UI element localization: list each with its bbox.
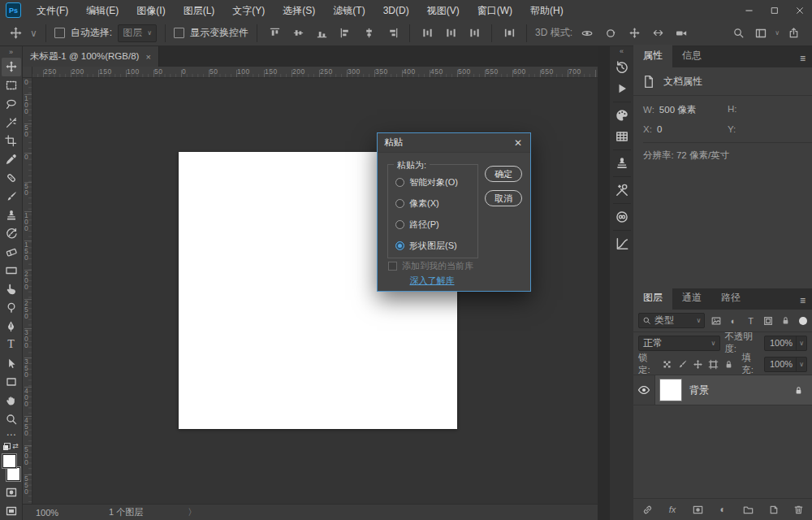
close-button[interactable] [787,0,812,20]
filter-adjustment-layers-icon[interactable]: ◐ [727,314,741,327]
show-transform-checkbox[interactable] [174,28,184,38]
filter-smart-objects-icon[interactable] [780,314,793,327]
align-bottom-edges-button[interactable] [313,24,330,42]
tool-presets-panel-icon[interactable] [611,180,633,201]
radio-pixels[interactable]: 像素(X) [395,197,458,210]
search-icon[interactable] [729,24,747,42]
menu-item[interactable]: 编辑(E) [77,1,127,20]
menu-item[interactable]: 图像(I) [127,1,174,20]
rectangle-tool[interactable] [2,373,21,392]
history-panel-icon[interactable] [611,57,633,78]
spot-healing-tool[interactable] [2,169,21,188]
add-layer-mask-icon[interactable] [690,502,705,517]
lock-all-icon[interactable] [723,358,734,370]
share-icon[interactable] [784,24,802,42]
ok-button[interactable]: 确定 [485,166,522,182]
smudge-tool[interactable] [2,280,21,299]
crop-tool[interactable] [2,132,21,150]
filter-type-layers-icon[interactable]: T [744,314,758,327]
status-options-chevron[interactable]: 〉 [188,506,197,518]
path-selection-tool[interactable] [2,354,21,373]
foreground-color-swatch[interactable] [2,454,16,468]
3d-orbit-button[interactable] [578,24,596,42]
layer-visibility-eye-icon[interactable] [633,375,655,405]
radio-icon[interactable] [395,178,404,187]
eraser-tool[interactable] [2,243,21,262]
menu-item[interactable]: 视图(V) [418,1,469,20]
minimize-button[interactable] [736,0,762,20]
eyedropper-tool[interactable] [2,150,21,169]
libraries-panel-icon[interactable] [611,206,633,228]
edit-toolbar-icon[interactable]: ⋯ [2,428,21,441]
tab-channels[interactable]: 通道 [672,287,711,310]
chevron-down-icon[interactable]: ∨ [775,29,780,37]
align-horizontal-centers-button[interactable] [360,24,378,42]
layer-style-fx-icon[interactable]: fx [665,502,680,517]
distribute-vertical-button[interactable] [418,24,436,42]
align-right-edges-button[interactable] [383,24,401,42]
color-panel-icon[interactable] [611,105,633,126]
toolbar-collapse-icon[interactable]: » [9,46,13,58]
hand-tool[interactable] [2,391,21,410]
panel-menu-icon[interactable]: ≡ [793,292,812,310]
lasso-tool[interactable] [2,95,21,114]
radio-smart-object[interactable]: 智能对象(O) [395,176,458,188]
tab-properties[interactable]: 属性 [633,45,672,67]
layer-row[interactable]: 背景 [633,375,812,405]
radio-shape-layer[interactable]: 形状图层(S) [395,240,458,252]
auto-select-target-dropdown[interactable]: 图层 ∨ [118,24,157,42]
default-swap-colors[interactable]: ⇄ [2,441,21,453]
distribute-spacing-button[interactable] [500,24,518,42]
blend-mode-dropdown[interactable]: 正常 ∨ [638,336,720,351]
3d-slide-button[interactable] [649,24,667,42]
3d-zoom-camera-button[interactable] [672,24,690,42]
quick-mask-button[interactable] [2,483,21,501]
radio-icon[interactable] [395,199,404,208]
tab-close-icon[interactable]: × [145,52,150,62]
lock-transparent-pixels-icon[interactable] [661,358,672,370]
menu-item[interactable]: 滤镜(T) [324,1,374,20]
panel-menu-icon[interactable]: ≡ [793,50,812,67]
fill-field[interactable]: 100% ∨ [764,357,807,372]
move-tool[interactable] [2,58,21,76]
gradient-tool[interactable] [2,262,21,280]
align-left-edges-button[interactable] [336,24,354,42]
menu-item[interactable]: 3D(D) [374,1,418,20]
lock-artboard-icon[interactable] [707,358,719,370]
swatches-panel-icon[interactable] [611,126,633,147]
document-tab[interactable]: 未标题-1 @ 100%(RGB/8) × [23,46,159,67]
marquee-tool[interactable] [2,76,21,95]
actions-panel-icon[interactable] [611,78,633,99]
filter-image-layers-icon[interactable] [709,314,723,327]
menu-item[interactable]: 窗口(W) [469,1,521,20]
3d-roll-button[interactable] [602,24,620,42]
brush-tool[interactable] [2,188,21,206]
history-brush-tool[interactable] [2,224,21,243]
radio-path[interactable]: 路径(P) [395,219,458,231]
workspace-switcher-button[interactable] [752,24,770,42]
curves-panel-icon[interactable] [611,233,633,254]
dock-expand-icon[interactable]: « [620,46,624,57]
filter-shape-layers-icon[interactable] [762,314,775,327]
clone-stamp-tool[interactable] [2,206,21,224]
new-layer-icon[interactable] [766,502,780,517]
cancel-button[interactable]: 取消 [485,190,522,206]
menu-item[interactable]: 文件(F) [28,1,77,20]
clone-source-panel-icon[interactable] [611,153,633,174]
background-color-swatch[interactable] [6,467,20,481]
color-swatches[interactable] [2,454,21,483]
tab-info[interactable]: 信息 [672,45,711,67]
filter-toggle-switch[interactable] [799,317,807,325]
delete-layer-icon[interactable] [791,502,806,517]
menu-item[interactable]: 选择(S) [274,1,324,20]
pen-tool[interactable] [2,317,21,336]
quick-selection-tool[interactable] [2,113,21,132]
layer-thumbnail[interactable] [660,379,681,401]
tool-preset-chevron-icon[interactable]: ∨ [30,25,37,41]
new-adjustment-layer-icon[interactable]: ◐ [715,502,730,517]
add-to-library-checkbox[interactable] [388,262,397,271]
tab-paths[interactable]: 路径 [711,287,750,310]
dialog-close-icon[interactable]: ✕ [512,137,524,149]
menu-item[interactable]: 帮助(H) [521,1,572,20]
align-vertical-centers-button[interactable] [289,24,307,42]
